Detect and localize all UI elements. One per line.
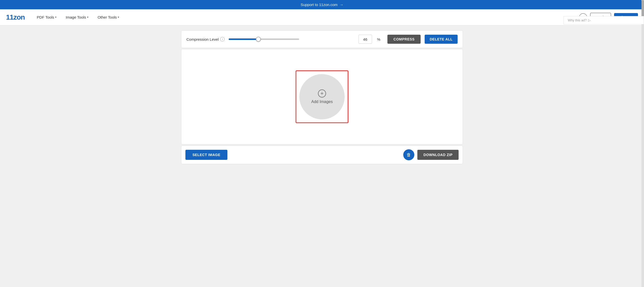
add-image-card[interactable]: + Add Images	[296, 70, 348, 123]
drop-zone[interactable]: + Add Images	[181, 49, 463, 145]
ad-area: Why this ad? ▷	[564, 16, 644, 24]
banner-arrow: →	[340, 3, 343, 7]
controls-bar: Compression Level i 46 % COMPRESS DELETE…	[181, 30, 463, 48]
other-tools-arrow: ▾	[118, 16, 119, 19]
trash-icon: 🗑	[407, 152, 411, 158]
plus-icon: +	[318, 89, 326, 98]
nav-other-tools[interactable]: Other Tools ▾	[94, 13, 123, 21]
banner-text: Support to 11zon.com	[301, 3, 338, 7]
bottom-bar: SELECT IMAGE 🗑 DOWNLOAD ZIP	[181, 146, 463, 164]
nav-pdf-tools[interactable]: PDF Tools ▾	[33, 13, 61, 21]
top-banner: Support to 11zon.com →	[0, 0, 644, 9]
download-zip-button[interactable]: DOWNLOAD ZIP	[417, 150, 459, 160]
slider-container	[229, 38, 351, 40]
ad-text: Why this ad?	[568, 18, 587, 22]
pdf-tools-arrow: ▾	[55, 16, 57, 19]
compression-label: Compression Level i	[186, 37, 225, 41]
scrollbar[interactable]	[641, 0, 644, 287]
ad-icon: ▷	[588, 18, 591, 22]
add-images-label: Add Images	[311, 100, 333, 104]
percent-sign: %	[377, 37, 380, 41]
main-content: Compression Level i 46 % COMPRESS DELETE…	[176, 30, 468, 164]
image-tools-arrow: ▾	[87, 16, 89, 19]
logo[interactable]: 11zon	[6, 13, 25, 21]
info-icon[interactable]: i	[220, 37, 225, 41]
nav-image-tools[interactable]: Image Tools ▾	[62, 13, 93, 21]
nav-links: PDF Tools ▾ Image Tools ▾ Other Tools ▾	[33, 13, 579, 21]
add-image-circle[interactable]: + Add Images	[299, 74, 345, 119]
trash-button[interactable]: 🗑	[403, 149, 414, 160]
navbar: 11zon PDF Tools ▾ Image Tools ▾ Other To…	[0, 9, 644, 25]
compression-slider[interactable]	[229, 38, 299, 40]
delete-all-button[interactable]: DELETE ALL	[425, 35, 458, 44]
compress-button[interactable]: COMPRESS	[387, 35, 421, 44]
right-actions: 🗑 DOWNLOAD ZIP	[403, 149, 459, 160]
select-image-button[interactable]: SELECT IMAGE	[185, 150, 227, 160]
compression-value: 46	[358, 35, 372, 44]
slider-thumb[interactable]	[256, 37, 261, 42]
